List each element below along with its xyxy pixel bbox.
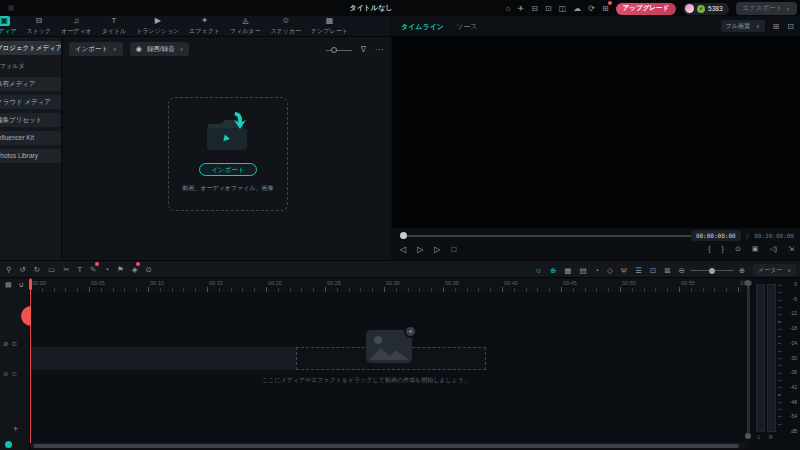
meter-bar-right: [767, 284, 776, 432]
redo-icon[interactable]: ↻: [34, 264, 40, 275]
denoise-icon[interactable]: ◇: [607, 265, 613, 276]
undo-icon[interactable]: ↺: [20, 264, 26, 275]
upgrade-button[interactable]: アップグレード: [616, 3, 676, 15]
save-icon[interactable]: ◫: [559, 3, 567, 15]
media-type-tab[interactable]: ♫ オーディオ: [56, 16, 97, 36]
grid-overlay-icon[interactable]: ⊞: [773, 22, 780, 31]
meter-toggle[interactable]: メーター ∨: [753, 264, 796, 276]
import-dropzone[interactable]: インポート 動画、オーディオファイル、画像: [168, 97, 288, 211]
timeline-feature-tools: ☺⊕▦▤◔◇Ψ☰⊡⊠: [534, 265, 670, 276]
play-icon[interactable]: ▷: [417, 245, 423, 254]
media-type-tab[interactable]: ☺ ステッカー: [266, 16, 307, 36]
media-panel: インポート ∨ ◉ 録画/録音 ∨ ∇ ⋯ インポート 動画、オーディオファイル…: [63, 37, 391, 260]
track-manager-icon[interactable]: ▤: [5, 281, 12, 289]
prev-frame-icon[interactable]: ◁: [400, 245, 406, 254]
draw-mask-icon[interactable]: ✎: [90, 264, 96, 275]
quality-dropdown[interactable]: フル画質 ∨: [721, 20, 765, 32]
text-edit-icon[interactable]: T: [77, 264, 82, 275]
seek-bar[interactable]: [404, 235, 698, 237]
media-type-tab[interactable]: ◬ フィルター: [225, 16, 266, 36]
media-type-tab[interactable]: ⊟ ストック: [22, 16, 57, 36]
media-view-tools: ∇ ⋯: [326, 45, 383, 54]
video-track[interactable]: [30, 347, 296, 370]
media-type-tab[interactable]: ▦ テンプレート: [306, 16, 353, 36]
sidebar-item[interactable]: 編集プリセット: [0, 113, 62, 127]
thumbnail-size-slider[interactable]: [326, 46, 352, 54]
preview-viewer[interactable]: [392, 37, 800, 228]
zoom-out-icon[interactable]: ⊖: [678, 265, 684, 276]
display-mode-icon[interactable]: ⊡: [787, 22, 794, 31]
seek-handle[interactable]: [400, 232, 407, 239]
video-track-controls[interactable]: ⊘⊙: [3, 340, 20, 348]
chroma-key-icon[interactable]: ⊙: [145, 264, 151, 275]
pointer-zoom-icon[interactable]: ⚲: [6, 264, 12, 275]
camera-icon[interactable]: ▣: [752, 245, 759, 253]
sidebar-item[interactable]: クラウド メディア: [0, 95, 62, 109]
filter-icon[interactable]: ∇: [361, 45, 366, 54]
store-icon[interactable]: ⌂: [506, 3, 511, 15]
scroll-down-dot[interactable]: [745, 433, 751, 439]
chevron-down-icon: ∨: [113, 46, 117, 52]
sync-icon[interactable]: ⟳: [588, 3, 595, 15]
timeline-tracks[interactable]: + ここにメディアやエフェクトをドラッグして動画の作成を開始しましょう。: [30, 292, 748, 442]
auto-ripple-icon[interactable]: ⊠: [664, 265, 670, 276]
snap-icon[interactable]: ∪: [19, 281, 24, 289]
record-dropdown[interactable]: ◉ 録画/録音 ∨: [130, 42, 190, 56]
media-type-tab[interactable]: ✶ エフェクト: [184, 16, 225, 36]
import-folder-icon: [202, 110, 254, 156]
delete-icon[interactable]: ▭: [48, 264, 55, 275]
sidebar-item[interactable]: 共有メディア: [0, 77, 62, 91]
timeline-ruler[interactable]: 00:0000:0500:1000:1500:2000:2500:3000:35…: [30, 278, 748, 292]
next-frame-icon[interactable]: ▷: [434, 245, 440, 254]
preview-tab[interactable]: タイムライン: [401, 22, 444, 32]
zoom-in-icon[interactable]: ⊕: [739, 265, 745, 276]
track-header-column: ▤∪ ⊘⊙ ⊘⊙ +: [0, 278, 30, 450]
snapshot-icon[interactable]: ⊙: [735, 245, 741, 253]
speed-icon[interactable]: ◔: [104, 264, 109, 275]
media-type-tab[interactable]: T タイトル: [97, 16, 132, 36]
more-icon[interactable]: ⋯: [375, 45, 383, 54]
marker-icon[interactable]: ⚑: [117, 264, 124, 275]
audio-mixer-icon[interactable]: ☰: [635, 265, 642, 276]
print-icon[interactable]: ⊟: [531, 3, 538, 15]
record-voiceover-icon[interactable]: Ψ: [621, 265, 627, 276]
voice-changer-icon[interactable]: ◔: [595, 265, 600, 276]
credits-badge[interactable]: ⚡ 5383: [683, 3, 728, 15]
add-track-button[interactable]: +: [13, 424, 18, 434]
timeline-zoom-control: ⊖ ⊕: [678, 265, 745, 276]
thumbnail-icon[interactable]: ▤: [579, 265, 586, 276]
sidebar-item[interactable]: Influencer Kit: [0, 131, 62, 145]
split-icon[interactable]: ✂: [63, 264, 69, 275]
zoom-slider[interactable]: [690, 266, 734, 274]
media-type-icon: ⊟: [33, 16, 44, 26]
media-type-tab[interactable]: ▣ メディア: [0, 16, 22, 36]
keyframe-icon[interactable]: ◈: [132, 264, 138, 275]
sidebar-item[interactable]: プロジェクトメディア: [0, 41, 62, 55]
ai-copilot-icon[interactable]: ☺: [534, 265, 542, 276]
sidebar-item[interactable]: フォルダ: [0, 59, 62, 73]
audio-stretch-icon[interactable]: ⊕: [550, 265, 556, 276]
volume-icon[interactable]: ◁): [769, 245, 777, 253]
timeline-vertical-scrollbar[interactable]: [747, 284, 750, 434]
mark-out-icon[interactable]: }: [722, 245, 724, 253]
share-icon[interactable]: ✈: [518, 3, 525, 15]
preview-tab[interactable]: ソース: [456, 22, 477, 32]
timeline-horizontal-scrollbar[interactable]: [33, 444, 739, 448]
scroll-up-dot[interactable]: [745, 280, 751, 286]
audio-track-controls[interactable]: ⊘⊙: [3, 370, 20, 378]
media-type-tab[interactable]: ▶ トランジション: [131, 16, 184, 36]
fullscreen-icon[interactable]: ⇲: [788, 245, 794, 253]
scene-detection-icon[interactable]: ▦: [564, 265, 571, 276]
sidebar-item[interactable]: Photos Library: [0, 149, 62, 163]
mark-in-icon[interactable]: {: [708, 245, 710, 253]
playhead-marker[interactable]: [29, 279, 32, 290]
import-button[interactable]: インポート: [199, 163, 257, 176]
display-icon[interactable]: ⊡: [545, 3, 552, 15]
timecode-current[interactable]: 00:00:00:00: [691, 230, 741, 241]
import-dropdown[interactable]: インポート ∨: [69, 42, 123, 56]
stop-icon[interactable]: □: [451, 245, 456, 254]
cloud-upload-icon[interactable]: ☁: [573, 3, 581, 15]
apps-grid-icon[interactable]: ⊞: [602, 3, 609, 15]
export-button[interactable]: エクスポート ∨: [736, 2, 797, 15]
render-preview-icon[interactable]: ⊡: [650, 265, 656, 276]
